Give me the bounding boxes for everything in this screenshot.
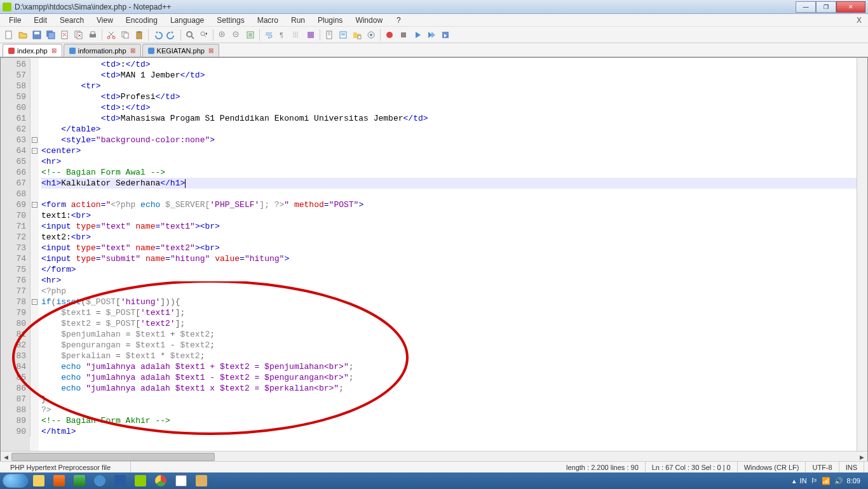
editor-container: 5657585960616263646566676869707172737475… [0, 57, 868, 462]
undo-icon[interactable] [151, 29, 164, 41]
taskbar-media-icon[interactable] [70, 474, 89, 488]
maximize-button[interactable]: ❐ [816, 1, 836, 13]
system-tray[interactable]: ▴ IN 🏳 📶 🔊 8:09 [787, 477, 865, 485]
svg-point-16 [187, 32, 192, 37]
svg-point-28 [386, 32, 393, 38]
taskbar-player-icon[interactable] [50, 474, 69, 488]
minimize-button[interactable]: — [796, 1, 816, 13]
close-all-icon[interactable] [72, 29, 85, 41]
zoom-out-icon[interactable] [230, 29, 243, 41]
close-file-icon[interactable] [58, 29, 71, 41]
svg-rect-22 [308, 32, 314, 38]
tray-network-icon[interactable]: 📶 [822, 477, 831, 485]
stop-macro-icon[interactable] [397, 29, 410, 41]
saved-indicator-icon [69, 48, 76, 54]
status-bar: PHP Hypertext Preprocessor file length :… [0, 461, 868, 472]
close-button[interactable]: ✕ [836, 1, 865, 13]
menu-macro[interactable]: Macro [251, 15, 285, 26]
horizontal-scrollbar[interactable]: ◀ ▶ [1, 451, 867, 462]
folder-ws-icon[interactable] [351, 29, 363, 41]
status-encoding: UTF-8 [806, 462, 839, 472]
menu-close-doc[interactable]: X [853, 16, 865, 25]
taskbar-explorer-icon[interactable] [29, 474, 48, 488]
show-all-chars-icon[interactable]: ¶ [276, 29, 289, 41]
find-icon[interactable] [184, 29, 196, 41]
tab-index-php[interactable]: index.php ⊠ [3, 44, 62, 57]
tab-kegiatan-php[interactable]: KEGIATAN.php ⊠ [142, 44, 219, 57]
taskbar-npp-icon[interactable] [131, 474, 150, 488]
func-list-icon[interactable] [337, 29, 349, 41]
tray-show-hidden-icon[interactable]: ▴ [792, 477, 796, 485]
dirty-indicator-icon [8, 48, 15, 54]
scrollbar-thumb[interactable] [11, 453, 215, 461]
svg-rect-9 [91, 32, 95, 34]
menu-run[interactable]: Run [285, 15, 311, 26]
code-area[interactable]: <td>:</td> <td>MAN 1 Jember</td> <tr> <t… [39, 58, 857, 451]
menu-search[interactable]: Search [53, 15, 90, 26]
tray-lang[interactable]: IN [800, 477, 807, 485]
window-controls: — ❐ ✕ [796, 1, 865, 13]
tray-volume-icon[interactable]: 🔊 [834, 477, 843, 485]
print-icon[interactable] [86, 29, 99, 41]
titlebar: D:\xampp\htdocs\Sima\index.php - Notepad… [0, 0, 868, 14]
indent-guide-icon[interactable] [290, 29, 303, 41]
menu-edit[interactable]: Edit [27, 15, 53, 26]
svg-rect-2 [34, 32, 39, 34]
toolbar: ¶ [0, 27, 868, 43]
menu-window[interactable]: Window [349, 15, 389, 26]
menu-language[interactable]: Language [164, 15, 210, 26]
redo-icon[interactable] [165, 29, 178, 41]
taskbar-paint-icon[interactable] [172, 474, 191, 488]
taskbar-word-icon[interactable] [111, 474, 130, 488]
cut-icon[interactable] [105, 29, 118, 41]
wordwrap-icon[interactable] [262, 29, 275, 41]
save-icon[interactable] [31, 29, 43, 41]
play-macro-icon[interactable] [411, 29, 424, 41]
taskbar-snip-icon[interactable] [192, 474, 211, 488]
tray-flag-icon[interactable]: 🏳 [811, 477, 818, 485]
status-position: Ln : 67 Col : 30 Sel : 0 | 0 [646, 462, 738, 472]
replace-icon[interactable] [198, 29, 210, 41]
start-button[interactable] [3, 474, 28, 488]
sync-v-icon[interactable] [244, 29, 257, 41]
doc-map-icon[interactable] [323, 29, 336, 41]
menubar: File Edit Search View Encoding Language … [0, 14, 868, 27]
svg-rect-25 [358, 36, 361, 39]
play-multi-icon[interactable] [425, 29, 438, 41]
taskbar-ie-icon[interactable] [90, 474, 109, 488]
status-length: length : 2.200 lines : 90 [560, 462, 646, 472]
vertical-scrollbar[interactable] [857, 58, 867, 451]
tab-close-icon[interactable]: ⊠ [51, 47, 57, 54]
tray-clock[interactable]: 8:09 [847, 477, 860, 485]
record-macro-icon[interactable] [383, 29, 396, 41]
taskbar-chrome-icon[interactable] [151, 474, 170, 488]
svg-rect-29 [401, 32, 406, 37]
paste-icon[interactable] [133, 29, 146, 41]
menu-encoding[interactable]: Encoding [119, 15, 164, 26]
svg-text:¶: ¶ [280, 31, 283, 39]
monitor-icon[interactable] [365, 29, 377, 41]
svg-rect-0 [6, 31, 11, 39]
save-macro-icon[interactable] [439, 29, 452, 41]
menu-file[interactable]: File [3, 15, 27, 26]
menu-help[interactable]: ? [390, 15, 407, 26]
save-all-icon[interactable] [44, 29, 57, 41]
line-number-gutter: 5657585960616263646566676869707172737475… [1, 58, 30, 451]
code-editor[interactable]: 5657585960616263646566676869707172737475… [1, 58, 867, 451]
fold-margin[interactable]: −−−− [30, 58, 39, 451]
tab-label: KEGIATAN.php [157, 47, 205, 55]
tab-information-php[interactable]: information.php ⊠ [64, 44, 141, 57]
user-lang-icon[interactable] [304, 29, 317, 41]
window-title: D:\xampp\htdocs\Sima\index.php - Notepad… [15, 3, 796, 11]
taskbar: ▴ IN 🏳 📶 🔊 8:09 [0, 472, 868, 489]
open-file-icon[interactable] [17, 29, 29, 41]
copy-icon[interactable] [119, 29, 132, 41]
zoom-in-icon[interactable] [216, 29, 229, 41]
tab-bar: index.php ⊠ information.php ⊠ KEGIATAN.p… [0, 43, 868, 57]
new-file-icon[interactable] [3, 29, 15, 41]
tab-close-icon[interactable]: ⊠ [208, 47, 214, 54]
menu-plugins[interactable]: Plugins [311, 15, 349, 26]
tab-close-icon[interactable]: ⊠ [130, 47, 135, 54]
menu-view[interactable]: View [90, 15, 119, 26]
menu-settings[interactable]: Settings [210, 15, 250, 26]
